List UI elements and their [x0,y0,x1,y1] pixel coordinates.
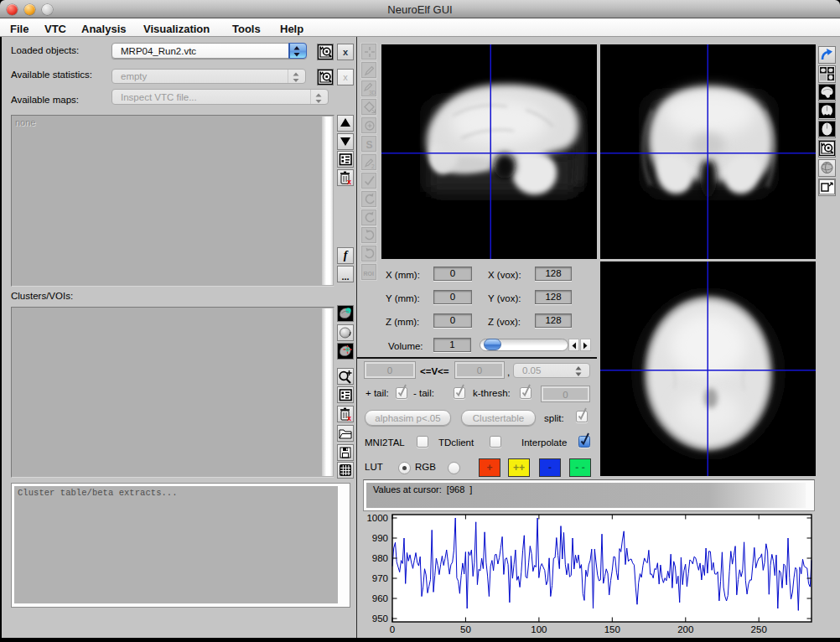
svg-text:x: x [347,414,351,422]
svg-text:S: S [366,139,373,151]
svg-text:x: x [347,178,351,185]
svg-text:970: 970 [372,573,388,583]
svg-text:0: 0 [390,624,395,634]
svg-text:50: 50 [460,624,471,634]
svg-text:250: 250 [751,624,767,634]
svg-text:200: 200 [677,624,693,634]
svg-text:980: 980 [372,553,388,563]
svg-text:2: 2 [371,163,375,169]
svg-text:150: 150 [604,624,620,634]
svg-text:ROI: ROI [364,271,375,277]
svg-text:1000: 1000 [366,513,388,523]
svg-text:3D: 3D [369,90,376,96]
svg-text:960: 960 [372,593,388,603]
svg-text:990: 990 [372,533,388,543]
svg-text:950: 950 [372,614,388,624]
svg-text:100: 100 [531,624,547,634]
